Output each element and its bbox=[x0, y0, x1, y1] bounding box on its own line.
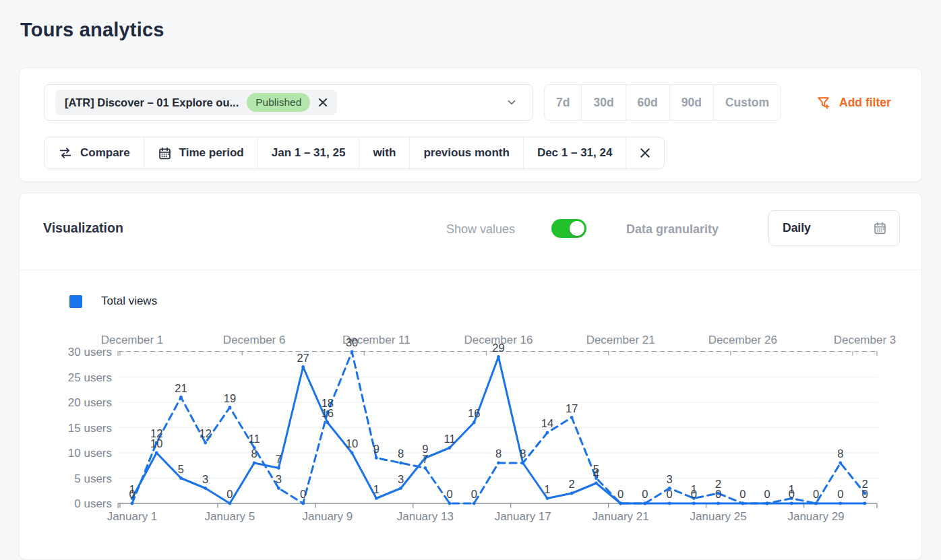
range-button-custom[interactable]: Custom bbox=[713, 85, 781, 120]
show-values-label: Show values bbox=[446, 222, 515, 237]
add-filter-label: Add filter bbox=[839, 96, 891, 110]
range-button-90d[interactable]: 90d bbox=[669, 85, 713, 120]
date-range-group: 7d30d60d90dCustom bbox=[544, 84, 781, 121]
range-button-60d[interactable]: 60d bbox=[626, 85, 669, 120]
total-views-swatch bbox=[69, 295, 82, 308]
divider bbox=[20, 270, 921, 270]
swap-horizontal-icon bbox=[58, 146, 73, 160]
calendar-icon bbox=[873, 221, 887, 235]
time-period-label: Time period bbox=[179, 146, 244, 160]
granularity-select[interactable]: Daily bbox=[768, 210, 900, 246]
add-filter-button[interactable]: Add filter bbox=[816, 84, 891, 121]
visualization-card bbox=[19, 193, 922, 560]
remove-compare-button[interactable] bbox=[626, 137, 664, 168]
remove-tour-icon[interactable] bbox=[318, 98, 328, 107]
toggle-knob bbox=[570, 221, 584, 236]
range-button-7d[interactable]: 7d bbox=[545, 85, 581, 120]
selected-tour-label: [ATR] Discover – 01 Explore ou... bbox=[65, 96, 239, 109]
selected-tour-chip[interactable]: [ATR] Discover – 01 Explore ou... Publis… bbox=[55, 90, 337, 115]
granularity-value: Daily bbox=[783, 221, 811, 235]
compare-connector: with bbox=[359, 137, 409, 168]
show-values-toggle[interactable] bbox=[551, 219, 586, 238]
funnel-plus-icon bbox=[816, 95, 832, 111]
compare-period-value[interactable]: Dec 1 – 31, 24 bbox=[523, 137, 626, 168]
current-period-value[interactable]: Jan 1 – 31, 25 bbox=[257, 137, 359, 168]
compare-label: Compare bbox=[80, 146, 130, 160]
compare-row: Compare Time period Jan 1 – 31, 25 with … bbox=[44, 137, 665, 169]
page-title: Tours analytics bbox=[20, 19, 164, 41]
visualization-title: Visualization bbox=[43, 220, 123, 236]
data-granularity-label: Data granularity bbox=[626, 222, 719, 237]
published-status-badge: Published bbox=[247, 93, 310, 112]
chevron-down-icon[interactable] bbox=[506, 96, 518, 108]
filters-card: [ATR] Discover – 01 Explore ou... Publis… bbox=[19, 67, 922, 182]
calendar-icon bbox=[158, 146, 172, 160]
compare-mode-value[interactable]: previous month bbox=[409, 137, 523, 168]
total-views-legend-label: Total views bbox=[101, 294, 157, 308]
time-period-button[interactable]: Time period bbox=[144, 137, 257, 168]
tour-select-dropdown[interactable]: [ATR] Discover – 01 Explore ou... Publis… bbox=[44, 84, 533, 121]
range-button-30d[interactable]: 30d bbox=[581, 85, 625, 120]
legend-item-total-views[interactable]: Total views bbox=[69, 294, 157, 308]
compare-button[interactable]: Compare bbox=[44, 137, 144, 168]
